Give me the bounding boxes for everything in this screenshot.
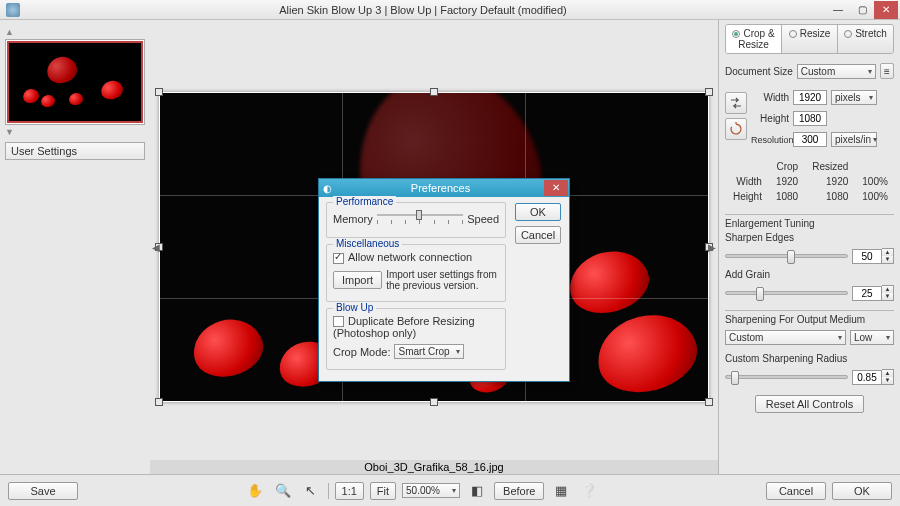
spinner-arrows[interactable]: ▲▼: [882, 248, 894, 264]
height-input[interactable]: [793, 111, 827, 126]
output-medium-select[interactable]: Custom: [725, 330, 846, 345]
user-settings-header[interactable]: User Settings: [5, 142, 145, 160]
app-icon: [6, 3, 20, 17]
sharpening-radius-slider[interactable]: [725, 375, 848, 379]
add-grain-label: Add Grain: [725, 269, 894, 280]
filename-label: Oboi_3D_Grafika_58_16.jpg: [150, 460, 718, 474]
width-unit-select[interactable]: pixels: [831, 90, 877, 105]
document-size-label: Document Size: [725, 66, 793, 77]
crop-mode-select[interactable]: Smart Crop: [394, 344, 464, 359]
dialog-title: Preferences: [337, 182, 544, 194]
width-input[interactable]: [793, 90, 827, 105]
pointer-tool-icon[interactable]: ↖: [300, 481, 322, 501]
performance-slider[interactable]: [377, 212, 463, 226]
dialog-close-button[interactable]: ✕: [544, 180, 568, 196]
width-label: Width: [751, 92, 789, 103]
miscellaneous-group: Miscellaneous Allow network connection I…: [326, 244, 506, 302]
spinner-arrows[interactable]: ▲▼: [882, 369, 894, 385]
preferences-dialog: ◐ Preferences ✕ OK Cancel Performance Me…: [318, 178, 570, 382]
dialog-ok-button[interactable]: OK: [515, 203, 561, 221]
minimize-button[interactable]: —: [826, 1, 850, 19]
crop-handle[interactable]: [155, 88, 163, 96]
dimension-summary-table: CropResized Width19201920100% Height1080…: [725, 158, 896, 205]
maximize-button[interactable]: ▢: [850, 1, 874, 19]
close-button[interactable]: ✕: [874, 1, 898, 19]
spinner-arrows[interactable]: ▲▼: [882, 285, 894, 301]
crop-handle[interactable]: [430, 88, 438, 96]
output-sharpening-header: Sharpening For Output Medium: [725, 310, 894, 325]
titlebar: Alien Skin Blow Up 3 | Blow Up | Factory…: [0, 0, 900, 20]
tab-resize[interactable]: Resize: [782, 25, 838, 53]
import-button[interactable]: Import: [333, 271, 382, 289]
controls-panel: Crop & Resize Resize Stretch Document Si…: [718, 20, 900, 474]
thumb-scroll-down[interactable]: ▼: [5, 127, 13, 137]
rotate-icon[interactable]: [725, 118, 747, 140]
hand-tool-icon[interactable]: ✋: [244, 481, 266, 501]
pan-right-icon[interactable]: ▶: [708, 242, 716, 253]
sharpen-edges-input[interactable]: [852, 249, 882, 264]
memory-label: Memory: [333, 213, 373, 225]
pan-left-icon[interactable]: ◀: [152, 242, 160, 253]
resolution-label: Resolution: [751, 135, 789, 145]
thumb-scroll-up[interactable]: ▲: [5, 27, 13, 37]
sidebar: ▲ ▼ User Settings: [0, 20, 150, 474]
performance-group: Performance Memory Speed: [326, 202, 506, 238]
split-view-icon[interactable]: ◧: [466, 481, 488, 501]
duplicate-before-checkbox[interactable]: Duplicate Before Resizing (Photoshop onl…: [333, 315, 499, 340]
swap-dimensions-icon[interactable]: [725, 92, 747, 114]
add-grain-slider[interactable]: [725, 291, 848, 295]
zoom-fit-button[interactable]: Fit: [370, 482, 396, 500]
speed-label: Speed: [467, 213, 499, 225]
save-button[interactable]: Save: [8, 482, 78, 500]
tab-stretch[interactable]: Stretch: [838, 25, 893, 53]
height-label: Height: [751, 113, 789, 124]
enlargement-tuning-header: Enlargement Tuning: [725, 214, 894, 229]
doc-size-menu-icon[interactable]: ≡: [880, 63, 894, 79]
cancel-button[interactable]: Cancel: [766, 482, 826, 500]
output-level-select[interactable]: Low: [850, 330, 894, 345]
grid-icon[interactable]: ▦: [550, 481, 572, 501]
crop-handle[interactable]: [430, 398, 438, 406]
sharpening-radius-input[interactable]: [852, 370, 882, 385]
allow-network-checkbox[interactable]: Allow network connection: [333, 251, 499, 264]
dialog-icon: ◐: [323, 183, 337, 194]
dialog-cancel-button[interactable]: Cancel: [515, 226, 561, 244]
mode-tabs: Crop & Resize Resize Stretch: [725, 24, 894, 54]
window-title: Alien Skin Blow Up 3 | Blow Up | Factory…: [20, 4, 826, 16]
tab-crop-resize[interactable]: Crop & Resize: [726, 25, 782, 53]
add-grain-input[interactable]: [852, 286, 882, 301]
reset-all-button[interactable]: Reset All Controls: [755, 395, 864, 413]
zoom-tool-icon[interactable]: 🔍: [272, 481, 294, 501]
sharpen-edges-label: Sharpen Edges: [725, 232, 894, 243]
sharpen-edges-slider[interactable]: [725, 254, 848, 258]
help-icon[interactable]: ❔: [578, 481, 600, 501]
sharpening-radius-label: Custom Sharpening Radius: [725, 353, 894, 364]
import-description: Import user settings from the previous v…: [386, 269, 499, 291]
resolution-input[interactable]: [793, 132, 827, 147]
document-size-select[interactable]: Custom: [797, 64, 876, 79]
resolution-unit-select[interactable]: pixels/in: [831, 132, 877, 147]
zoom-select[interactable]: 50.00%: [402, 483, 460, 498]
footer-toolbar: Save ✋ 🔍 ↖ 1:1 Fit 50.00% ◧ Before ▦ ❔ C…: [0, 474, 900, 506]
ok-button[interactable]: OK: [832, 482, 892, 500]
crop-handle[interactable]: [155, 398, 163, 406]
crop-handle[interactable]: [705, 398, 713, 406]
crop-mode-label: Crop Mode:: [333, 346, 390, 358]
crop-handle[interactable]: [705, 88, 713, 96]
before-button[interactable]: Before: [494, 482, 544, 500]
zoom-1to1-button[interactable]: 1:1: [335, 482, 364, 500]
dialog-titlebar[interactable]: ◐ Preferences ✕: [319, 179, 569, 197]
preset-thumbnail[interactable]: [5, 39, 145, 125]
blowup-group: Blow Up Duplicate Before Resizing (Photo…: [326, 308, 506, 371]
